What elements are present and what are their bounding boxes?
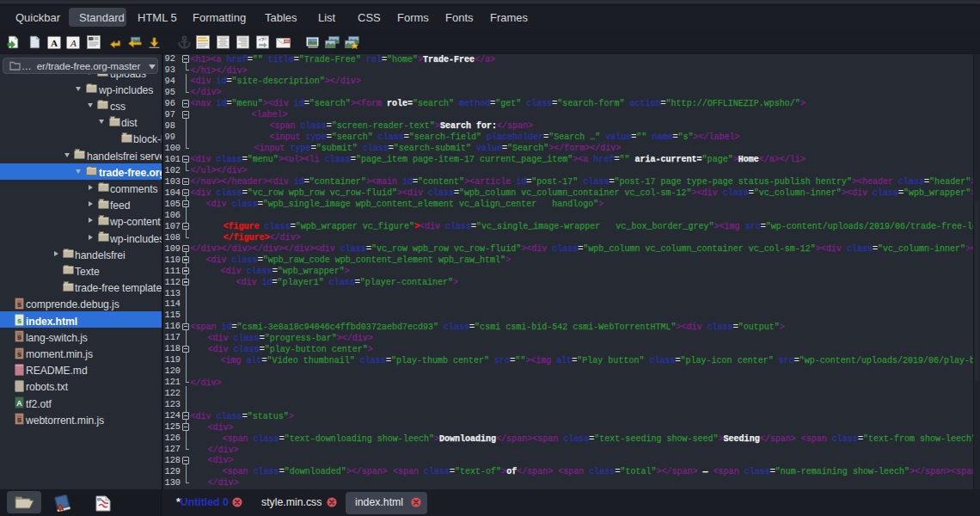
svg-text:A: A (50, 38, 58, 48)
svg-text:A: A (70, 38, 77, 48)
